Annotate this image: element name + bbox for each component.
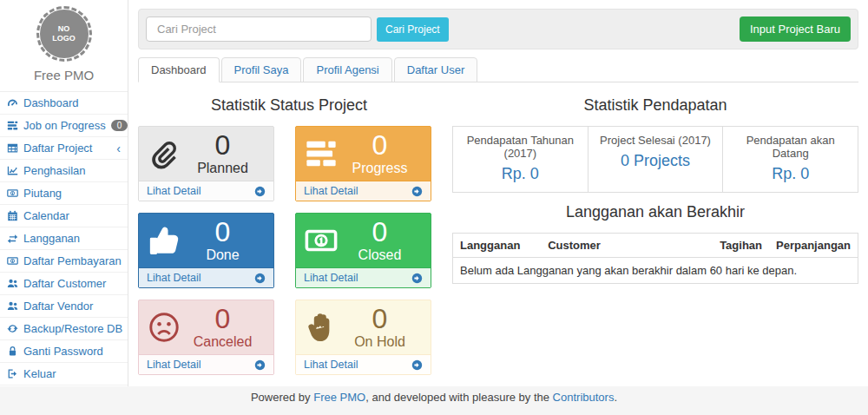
sidebar-item-backup-restore-db[interactable]: Backup/Restore DB	[0, 318, 128, 340]
sidebar-item-piutang[interactable]: Piutang	[0, 182, 128, 205]
main-content: Cari Project Input Project Baru Dashboar…	[128, 0, 868, 386]
arrow-circle-right-icon	[254, 273, 266, 284]
thumbs-up-icon	[148, 224, 181, 257]
income-stat-value[interactable]: Rp. 0	[727, 165, 854, 183]
sidebar-item-label: Dashboard	[23, 96, 79, 109]
sidebar-item-label: Backup/Restore DB	[23, 322, 122, 335]
sidebar-item-label: Daftar Customer	[23, 277, 106, 290]
status-card-figures: 0Done	[181, 217, 265, 264]
status-label: Closed	[358, 247, 402, 264]
status-label: Progress	[352, 160, 407, 177]
count-badge: 0	[111, 120, 128, 131]
sidebar-item-label: Penghasilan	[23, 164, 86, 177]
body-row: NO LOGO Free PMO DashboardJob on Progres…	[0, 0, 868, 379]
status-card-body: 0Done	[139, 214, 273, 267]
footer-link-free-pmo[interactable]: Free PMO	[313, 391, 365, 404]
view-detail-link[interactable]: Lihat Detail	[139, 267, 273, 287]
subscription-col-perpanjangan: Perpanjangan	[769, 234, 858, 258]
arrow-circle-right-icon	[411, 273, 423, 284]
sidebar-item-label: Daftar Vendor	[23, 300, 93, 313]
income-stat-pendapatan-tahunan-2017: Pendapatan Tahunan (2017)Rp. 0	[453, 127, 588, 192]
view-detail-link[interactable]: Lihat Detail	[296, 267, 431, 287]
sidebar-item-keluar[interactable]: Keluar	[0, 363, 128, 385]
sidebar-item-daftar-pembayaran[interactable]: Daftar Pembayaran	[0, 250, 128, 273]
users-icon	[7, 300, 18, 312]
stats-column: Statistik Pendapatan Pendapatan Tahunan …	[440, 86, 858, 386]
sidebar-item-calendar[interactable]: Calendar	[0, 205, 128, 227]
status-label: On Hold	[354, 333, 405, 351]
view-detail-label: Lihat Detail	[147, 272, 201, 284]
search-button[interactable]: Cari Project	[377, 17, 449, 42]
tab-daftar-user[interactable]: Daftar User	[394, 57, 477, 82]
refresh-icon	[7, 323, 18, 334]
view-detail-label: Lihat Detail	[304, 185, 358, 197]
sidebar-item-ganti-password[interactable]: Ganti Password	[0, 340, 128, 363]
status-count: 0	[215, 304, 231, 333]
view-detail-link[interactable]: Lihat Detail	[139, 354, 273, 374]
view-detail-link[interactable]: Lihat Detail	[296, 181, 431, 201]
sidebar-item-job-on-progress[interactable]: Job on Progress0	[0, 115, 128, 137]
status-card-figures: 0Canceled	[181, 304, 265, 351]
dashboard-icon	[7, 97, 18, 109]
status-column: Statistik Status Project 0PlannedLihat D…	[138, 86, 440, 386]
chevron-left-icon: ‹	[116, 142, 121, 155]
arrow-circle-right-icon	[254, 186, 266, 197]
arrow-circle-right-icon	[411, 186, 423, 197]
frown-icon	[148, 311, 181, 344]
status-label: Planned	[197, 160, 248, 177]
app-logo: NO LOGO	[40, 10, 89, 58]
footer-text-middle: , and developed with pleasure by the	[365, 391, 549, 404]
status-count: 0	[372, 304, 388, 333]
tab-content: Statistik Status Project 0PlannedLihat D…	[138, 82, 858, 386]
sidebar-item-langganan[interactable]: Langganan	[0, 227, 128, 250]
status-card-progress: 0ProgressLihat Detail	[295, 126, 431, 201]
new-project-button[interactable]: Input Project Baru	[740, 16, 851, 42]
table-icon	[7, 142, 18, 154]
income-stat-label: Project Selesai (2017)	[592, 134, 720, 147]
logo-wrap: NO LOGO	[0, 0, 128, 62]
subscription-empty-message: Belum ada Langganan yang akan berakhir d…	[453, 258, 858, 284]
lock-icon	[7, 346, 18, 357]
view-detail-link[interactable]: Lihat Detail	[139, 181, 273, 201]
income-stat-value[interactable]: Rp. 0	[457, 165, 584, 183]
money-icon	[305, 224, 338, 257]
status-card-figures: 0Progress	[338, 130, 422, 177]
sidebar-item-daftar-customer[interactable]: Daftar Customer	[0, 273, 128, 295]
money-icon	[7, 255, 18, 267]
tab-profil-saya[interactable]: Profil Saya	[221, 57, 302, 82]
status-count: 0	[372, 217, 388, 247]
sidebar-item-label: Daftar Pembayaran	[23, 254, 122, 267]
exchange-icon	[7, 233, 18, 244]
hand-icon	[305, 311, 338, 344]
brand-name: Free PMO	[0, 62, 128, 91]
subscription-col-tagihan: Tagihan	[713, 234, 769, 258]
arrow-circle-right-icon	[411, 359, 423, 371]
status-card-body: 0Closed	[296, 214, 431, 267]
tab-bar: DashboardProfil SayaProfil AgensiDaftar …	[138, 57, 858, 82]
income-stat-value[interactable]: 0 Projects	[592, 152, 720, 170]
sidebar-item-daftar-project[interactable]: Daftar Project‹	[0, 137, 128, 160]
status-card-figures: 0Closed	[338, 217, 422, 264]
tab-profil-agensi[interactable]: Profil Agensi	[303, 57, 391, 82]
subscription-section-title: Langganan akan Berakhir	[452, 203, 858, 221]
status-card-body: 0Planned	[139, 127, 273, 181]
footer-link-contributors[interactable]: Contributors	[553, 391, 615, 404]
status-label: Canceled	[194, 333, 253, 351]
sidebar-item-penghasilan[interactable]: Penghasilan	[0, 160, 128, 182]
status-card-on-hold: 0On HoldLihat Detail	[295, 300, 431, 375]
subscription-empty-row: Belum ada Langganan yang akan berakhir d…	[453, 258, 858, 284]
sidebar-item-dashboard[interactable]: Dashboard	[0, 92, 128, 115]
view-detail-label: Lihat Detail	[304, 359, 358, 371]
sidebar-item-label: Langganan	[23, 232, 80, 245]
view-detail-link[interactable]: Lihat Detail	[296, 354, 431, 374]
tab-dashboard[interactable]: Dashboard	[138, 57, 220, 82]
tasks-icon	[305, 137, 338, 170]
income-stats-table: Pendapatan Tahunan (2017)Rp. 0Project Se…	[452, 126, 858, 193]
arrow-circle-right-icon	[254, 359, 266, 371]
search-input[interactable]	[146, 16, 372, 42]
sign-out-icon	[7, 368, 18, 379]
footer-text-suffix: .	[614, 391, 617, 404]
footer-text-prefix: Powered by	[251, 391, 311, 404]
status-card-body: 0On Hold	[296, 300, 431, 354]
sidebar-item-daftar-vendor[interactable]: Daftar Vendor	[0, 295, 128, 318]
